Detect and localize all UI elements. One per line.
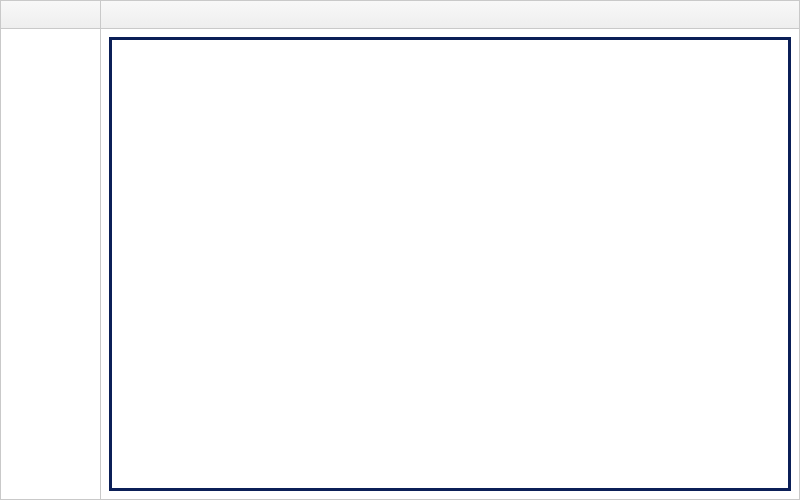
header-fx [1,1,101,28]
table-body-row [1,29,799,499]
plot-frame [109,37,791,491]
table-header-row [1,1,799,29]
header-gx [101,1,799,28]
comparison-table [0,0,800,500]
fx-formula-cell [1,29,101,499]
gx-plot-cell [101,29,799,499]
sine-plot [112,40,788,488]
